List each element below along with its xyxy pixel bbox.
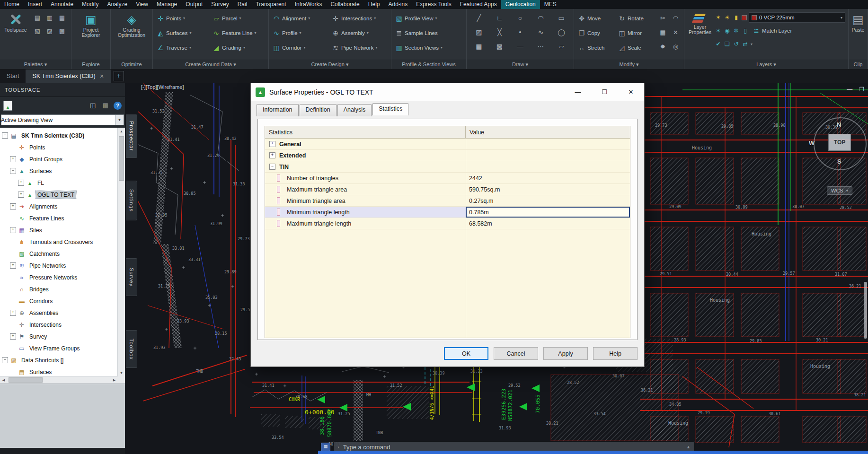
trim-icon[interactable]: ✂ [660,15,665,22]
viewcube[interactable]: N W S E TOP WCS ▾ [808,116,868,199]
expand-icon[interactable]: + [18,192,24,198]
sheet-set-manager-icon[interactable]: ▦ [59,14,65,21]
expand-icon[interactable]: + [10,227,16,233]
dialog-tab-information[interactable]: Information [257,104,299,116]
command-history-icon[interactable]: ▲ [686,445,691,449]
tree-item-fl[interactable]: +▴FL [0,177,118,189]
tree-item-corridors[interactable]: +▬Corridors [0,295,118,307]
toolspace-tab-toolbox[interactable]: Toolbox [126,330,137,368]
stat-value[interactable] [466,161,630,172]
paste-button[interactable]: ▤Paste [850,11,866,33]
menu-collaborate[interactable]: Collaborate [326,0,363,9]
viewport-minimize-icon[interactable]: — [847,86,852,93]
help-icon[interactable]: ? [114,102,122,110]
stat-value[interactable]: 590.75sq.m [466,184,630,195]
expand-icon[interactable]: + [10,262,16,269]
pipe-network-button[interactable]: ≋Pipe Network▾ [330,44,389,52]
menu-view[interactable]: View [132,0,152,9]
stat-row-maximum-triangle-area[interactable]: Maximum triangle area590.75sq.m [265,184,630,195]
points-button[interactable]: ✛Points▾ [155,15,211,22]
panel-label-layers[interactable]: Layers ▾ [684,60,848,69]
viewcube-west[interactable]: W [809,140,815,147]
layer-isolate-icon[interactable]: ◉ [724,27,731,34]
stat-row-number-of-triangles[interactable]: Number of triangles2442 [265,173,630,184]
column-header-value[interactable]: Value [466,126,630,138]
tree-item-pipe-networks[interactable]: +≋Pipe Networks [0,260,118,271]
stat-value[interactable]: 0.785m [466,207,630,218]
menu-survey[interactable]: Survey [207,0,233,9]
spline-icon[interactable]: ∿ [538,28,544,36]
dialog-maximize-button[interactable]: ☐ [591,83,618,101]
fillet-icon[interactable]: ◠ [673,15,678,22]
item-view-icon[interactable]: ◫ [88,101,97,110]
stat-value[interactable]: 0.27sq.m [466,195,630,206]
scrollbar-thumb[interactable] [9,377,43,383]
layer-select[interactable]: 0 VCP 225mm▾ [749,12,845,23]
dialog-tab-statistics[interactable]: Statistics [372,103,408,115]
menu-home[interactable]: Home [0,0,24,9]
menu-insert[interactable]: Insert [24,0,46,9]
intersections-button[interactable]: ✛Intersections▾ [330,15,389,22]
tree-item-survey[interactable]: +⚑Survey [0,331,118,342]
tree-item-alignments[interactable]: +➔Alignments [0,201,118,212]
menu-geolocation[interactable]: Geolocation [501,0,540,9]
menu-analyze[interactable]: Analyze [103,0,132,9]
profile-button[interactable]: ∿Profile▾ [271,29,330,37]
expand-icon[interactable]: + [10,333,16,340]
doc-tab-start[interactable]: Start [0,69,26,83]
stretch-button[interactable]: ↔Stretch [576,44,616,52]
tree-item-ogl-to-text[interactable]: +▴OGL TO TEXT [0,189,118,201]
panel-label-clipboard[interactable]: Clip [849,60,868,69]
layer-color-icon[interactable] [742,15,747,20]
divide-icon[interactable]: ⋯ [538,43,544,50]
wcs-selector[interactable]: WCS ▾ [827,186,852,195]
scroll-right-icon[interactable]: ▶ [111,376,118,384]
column-header-statistics[interactable]: Statistics [265,126,466,138]
polyline-icon[interactable]: ∟ [496,14,503,22]
panel-label-create-design[interactable]: Create Design ▾ [269,60,391,69]
tree-item-feature-lines[interactable]: +∿Feature Lines [0,212,118,224]
properties-palette-icon[interactable]: ▤ [35,14,40,21]
circle-icon[interactable]: ○ [518,14,522,22]
region-icon[interactable]: ▦ [476,43,482,50]
gradient-icon[interactable]: ▩ [496,43,503,50]
construction-line-icon[interactable]: ╳ [497,28,501,36]
sample-lines-button[interactable]: ≣Sample Lines [393,29,464,37]
line-icon[interactable]: ╱ [477,14,481,22]
stat-row-maximum-triangle-length[interactable]: Maximum triangle length68.582m [265,218,630,229]
tree-item-surfaces[interactable]: +▤Surfaces [0,366,118,376]
tree-item-sk-tmn-scientex-c3d[interactable]: −▤SK Tmn Scientex (C3D) [0,130,118,141]
expand-icon[interactable]: + [10,156,16,162]
tree-item-bridges[interactable]: +∩Bridges [0,283,118,295]
dialog-close-button[interactable]: ✕ [618,83,644,101]
quickcalc-icon[interactable]: ▨ [47,27,53,35]
new-tab-button[interactable]: + [114,71,124,81]
expand-icon[interactable]: + [10,310,16,316]
chevron-down-icon[interactable]: ▼ [115,115,124,125]
layer-freeze-icon[interactable]: ❄ [733,27,740,34]
rectangle-icon[interactable]: ▭ [558,14,565,22]
panel-label-create-ground-data[interactable]: Create Ground Data ▾ [153,60,268,69]
command-line-icon[interactable]: ▩ [59,27,65,35]
tree-item-points[interactable]: +✛Points [0,141,118,153]
stat-value[interactable]: 2442 [466,173,630,183]
panel-label-modify[interactable]: Modify ▾ [574,60,684,69]
project-explorer-button[interactable]: ▣Project Explorer [77,11,105,38]
scrollbar-thumb[interactable] [119,136,124,181]
feature-line-button[interactable]: ∿Feature Line▾ [211,29,266,37]
explode-icon[interactable]: ✸ [660,43,665,50]
menu-modify[interactable]: Modify [78,0,103,9]
panel-label-draw[interactable]: Draw ▾ [467,60,574,69]
panel-label-optimize[interactable]: Optimize [111,60,152,69]
panel-label-explore[interactable]: Explore [71,60,110,69]
layer-merge-icon[interactable]: ⇄ [742,41,749,47]
tool-palettes-icon[interactable]: ▥ [47,14,53,21]
view-selector[interactable]: Active Drawing View ▼ [1,114,124,125]
ellipse-icon[interactable]: ◯ [558,28,565,36]
menu-rail[interactable]: Rail [233,0,252,9]
menu-annotate[interactable]: Annotate [46,0,78,9]
viewcube-north[interactable]: N [837,121,841,128]
corridor-button[interactable]: ◫Corridor▾ [271,44,330,52]
wipeout-icon[interactable]: ▱ [559,43,564,50]
copy-button[interactable]: ❐Copy [576,29,616,37]
